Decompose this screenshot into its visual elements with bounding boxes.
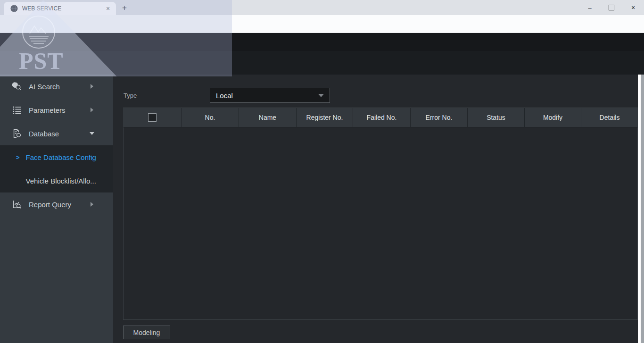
browser-toolbar: ← 不安全 192.168.1.108 ☆ — [0, 15, 644, 33]
table-body-empty — [123, 127, 638, 320]
sidebar-item-label: AI Search — [29, 83, 91, 91]
table-header-details: Details — [581, 108, 638, 127]
content-area: AI Search Parameters Database > — [0, 75, 644, 343]
report-query-icon — [12, 199, 22, 209]
type-label: Type — [124, 92, 137, 99]
sidebar-item-report-query[interactable]: Report Query — [0, 192, 113, 216]
main-panel: Type Local No. Name Register No. Failed … — [113, 75, 638, 343]
table-header-row: No. Name Register No. Failed No. Error N… — [123, 108, 638, 127]
sidebar-subitem-label: Face Database Config — [26, 153, 96, 161]
type-dropdown-value: Local — [216, 92, 318, 100]
table-header-failed-no: Failed No. — [353, 108, 410, 127]
restore-icon — [609, 5, 614, 10]
table-header-modify: Modify — [524, 108, 581, 127]
active-chevron-icon: > — [16, 154, 20, 161]
screen: WEB SERVICE × + – × ← 不安全 192.168.1.108 — [0, 0, 644, 343]
table-header-checkbox-cell — [123, 108, 181, 127]
table-header-status: Status — [467, 108, 524, 127]
table-header-error-no: Error No. — [410, 108, 467, 127]
table-header-no: No. — [181, 108, 239, 127]
chevron-right-icon — [91, 202, 93, 207]
database-icon — [12, 128, 22, 139]
chevron-right-icon — [91, 84, 93, 89]
face-database-table: No. Name Register No. Failed No. Error N… — [123, 108, 638, 320]
select-all-checkbox[interactable] — [148, 113, 157, 122]
chevron-right-icon — [91, 108, 93, 112]
table-header-register-no: Register No. — [296, 108, 353, 127]
app-header: SETTING AI × 2023-06-20 15:57:39 Tue — [0, 33, 644, 51]
parameters-icon — [12, 105, 22, 115]
browser-tab-title: WEB SERVICE — [22, 5, 104, 12]
database-submenu: > Face Database Config > Vehicle Blockli… — [0, 145, 113, 192]
sidebar-subitem-label: Vehicle Blocklist/Allo... — [26, 177, 96, 185]
sidebar-item-label: Database — [29, 130, 90, 138]
sidebar-subitem-vehicle-blocklist[interactable]: > Vehicle Blocklist/Allo... — [0, 169, 113, 192]
dropdown-caret-icon — [318, 94, 324, 97]
vertical-scrollbar[interactable] — [638, 75, 644, 343]
sidebar-item-ai-search[interactable]: AI Search — [0, 75, 113, 98]
new-tab-button[interactable]: + — [120, 3, 129, 13]
ai-search-icon — [12, 81, 22, 92]
scrollbar-thumb[interactable] — [641, 75, 644, 343]
browser-tab-strip: WEB SERVICE × + – × — [0, 0, 644, 15]
chevron-down-icon — [90, 132, 94, 135]
type-dropdown[interactable]: Local — [210, 88, 330, 103]
window-close-button[interactable]: × — [622, 0, 644, 15]
table-header-name: Name — [239, 108, 296, 127]
sidebar-item-database[interactable]: Database — [0, 122, 113, 145]
ai-window-title-bar: AI – ✕ — [0, 51, 644, 75]
window-minimize-button[interactable]: – — [579, 0, 601, 15]
sidebar-item-label: Parameters — [29, 106, 91, 114]
browser-tab-close-icon[interactable]: × — [104, 4, 112, 13]
sidebar-subitem-face-database-config[interactable]: > Face Database Config — [0, 145, 113, 169]
modeling-button[interactable]: Modeling — [123, 326, 170, 339]
sidebar-item-parameters[interactable]: Parameters — [0, 98, 113, 122]
window-restore-button[interactable] — [601, 0, 622, 15]
web-service-favicon-icon — [10, 5, 18, 12]
browser-tab[interactable]: WEB SERVICE × — [4, 2, 116, 15]
sidebar-item-label: Report Query — [29, 201, 91, 209]
sidebar: AI Search Parameters Database > — [0, 75, 113, 343]
